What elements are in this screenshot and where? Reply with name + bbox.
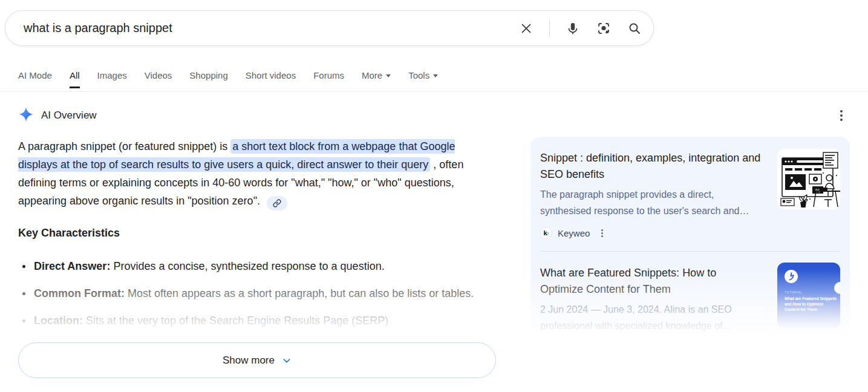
list-item: Common Format: Most often appears as a s…: [18, 284, 478, 303]
source-link-chip[interactable]: [267, 196, 287, 211]
result-filter-tabs: AI Mode All Images Videos Shopping Short…: [18, 70, 438, 88]
bullet-text: Provides a concise, synthesized response…: [113, 260, 384, 272]
chevron-down-icon: [433, 74, 438, 77]
tab-images[interactable]: Images: [97, 70, 127, 88]
tab-ai-mode[interactable]: AI Mode: [18, 70, 52, 88]
result-title[interactable]: Snippet : definition, examples, integrat…: [540, 150, 765, 183]
result-thumbnail[interactable]: TUTORIAL, What are Featured Snippets and…: [777, 263, 840, 329]
tab-shopping[interactable]: Shopping: [189, 70, 227, 88]
search-bar[interactable]: what is a paragraph snippet: [5, 10, 654, 46]
ai-overview-header: AI Overview: [18, 106, 97, 125]
result-thumbnail[interactable]: %: [777, 149, 840, 209]
result-description: The paragraph snippet provides a direct,…: [540, 186, 765, 219]
tab-forums[interactable]: Forums: [313, 70, 344, 88]
tab-short-videos[interactable]: Short videos: [246, 70, 296, 88]
tab-tools[interactable]: Tools: [408, 70, 438, 88]
bullet-term: Direct Answer:: [34, 260, 110, 272]
search-results-page: what is a paragraph snippet: [0, 0, 868, 392]
microphone-icon[interactable]: [565, 21, 581, 36]
sources-card: Snippet : definition, examples, integrat…: [530, 137, 850, 348]
tab-more[interactable]: More: [362, 70, 391, 88]
search-input[interactable]: what is a paragraph snippet: [24, 21, 518, 35]
show-more-button[interactable]: Show more: [18, 342, 496, 378]
search-bar-actions: [518, 20, 642, 37]
favicon-chevron: ›: [547, 229, 549, 237]
bullet-text: Most often appears as a short paragraph,…: [128, 287, 474, 299]
characteristics-list: Direct Answer: Provides a concise, synth…: [18, 257, 478, 339]
logo-icon: [834, 282, 840, 294]
tab-videos[interactable]: Videos: [145, 70, 172, 88]
search-bar-divider: [549, 20, 550, 37]
link-icon: [273, 199, 281, 207]
tab-tools-label: Tools: [408, 70, 429, 80]
section-heading: Key Characteristics: [18, 227, 120, 240]
source-name: Keyweo: [558, 228, 590, 238]
search-icon[interactable]: [627, 21, 642, 36]
overflow-menu-icon[interactable]: [600, 228, 604, 238]
ai-overview-label: AI Overview: [41, 109, 97, 122]
tabs-divider: [0, 91, 868, 92]
chevron-down-icon: [386, 74, 391, 77]
bullet-term: Common Format:: [34, 287, 125, 299]
favicon: k›: [540, 227, 552, 239]
illustration-image: %: [777, 149, 840, 209]
show-more-label: Show more: [223, 354, 275, 367]
list-item: Location: Sits at the very top of the Se…: [18, 312, 478, 330]
bullet-term: Location:: [34, 315, 83, 327]
clear-icon[interactable]: [518, 21, 534, 36]
result-description: 2 Jun 2024 — June 3, 2024. Alina is an S…: [540, 301, 740, 334]
logo-icon: [785, 270, 798, 286]
source-result: What are Featured Snippets: How to Optim…: [530, 252, 850, 334]
source-result: Snippet : definition, examples, integrat…: [530, 137, 850, 239]
google-lens-icon[interactable]: [596, 21, 612, 36]
tab-more-label: More: [362, 70, 382, 80]
bullet-text: Sits at the very top of the Search Engin…: [86, 315, 388, 327]
answer-intro: A paragraph snippet (or featured snippet…: [18, 140, 227, 152]
result-title[interactable]: What are Featured Snippets: How to Optim…: [540, 265, 740, 298]
tab-all[interactable]: All: [70, 70, 80, 88]
thumbnail-title: What are Featured Snippets and How to Op…: [785, 296, 837, 312]
result-source-row: k› Keyweo: [540, 227, 840, 239]
ai-sparkle-icon: [18, 106, 34, 125]
thumbnail-tag: TUTORIAL,: [785, 290, 803, 294]
overflow-menu-icon[interactable]: [839, 109, 844, 122]
list-item: Direct Answer: Provides a concise, synth…: [18, 257, 478, 276]
chevron-down-icon: [282, 356, 292, 365]
ai-overview-answer: A paragraph snippet (or featured snippet…: [18, 137, 490, 211]
